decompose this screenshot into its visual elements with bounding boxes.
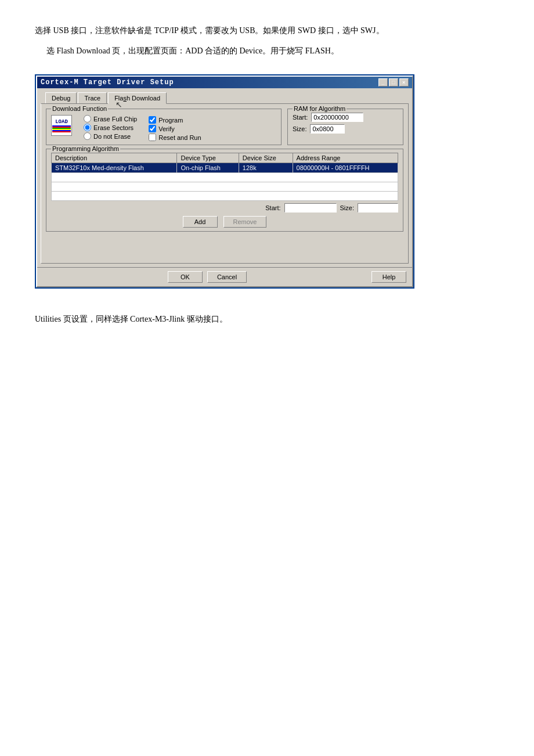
ram-start-input[interactable] xyxy=(311,113,363,122)
cell-address-range: 08000000H - 0801FFFFH xyxy=(293,163,398,173)
check-reset-run-label: Reset and Run xyxy=(158,134,201,141)
radio-erase-full-label: Erase Full Chip xyxy=(93,116,137,123)
checkbox-group: Program Verify Reset and Run xyxy=(149,116,201,141)
check-program[interactable]: Program xyxy=(149,116,201,124)
table-row-empty2 xyxy=(52,182,398,192)
radio-do-not-erase[interactable]: Do not Erase xyxy=(84,132,137,140)
ram-section: RAM for Algorithm Start: Size: xyxy=(287,109,403,145)
tab-strip: Debug Trace Flash Download ↖ xyxy=(41,92,409,103)
size-input[interactable] xyxy=(358,203,398,213)
title-bar: Cortex-M Target Driver Setup _ □ × xyxy=(37,77,412,88)
tab-trace[interactable]: Trace xyxy=(78,92,107,104)
dialog-title: Cortex-M Target Driver Setup xyxy=(41,78,174,87)
ram-size-label: Size: xyxy=(293,125,306,132)
check-verify[interactable]: Verify xyxy=(149,125,201,132)
radio-erase-full[interactable]: Erase Full Chip xyxy=(84,115,137,123)
col-address-range: Address Range xyxy=(293,153,398,163)
prog-alg-label: Programming Algorithm xyxy=(51,145,120,152)
radio-erase-sectors[interactable]: Erase Sectors xyxy=(84,124,137,131)
tab-flash-label: Flash Download xyxy=(114,95,160,102)
ram-section-label: RAM for Algorithm xyxy=(293,105,347,112)
cell-description: STM32F10x Med-density Flash xyxy=(52,163,177,173)
ram-start-row: Start: xyxy=(293,113,398,122)
ram-fields: Start: Size: xyxy=(293,113,398,134)
programming-algorithm-section: Programming Algorithm Description Device… xyxy=(46,149,403,232)
tab-content: Download Function LOAD Er xyxy=(41,103,409,264)
tab-debug[interactable]: Debug xyxy=(45,92,77,104)
col-device-type: Device Type xyxy=(177,153,239,163)
download-function-label: Download Function xyxy=(51,105,108,112)
start-label: Start: xyxy=(265,204,280,211)
title-bar-controls: _ □ × xyxy=(378,78,409,87)
radio-erase-full-input[interactable] xyxy=(84,115,91,123)
download-function-section: Download Function LOAD Er xyxy=(46,109,282,145)
load-text: LOAD xyxy=(55,119,68,125)
radio-erase-sectors-label: Erase Sectors xyxy=(93,124,134,131)
tab-flash-download[interactable]: Flash Download ↖ xyxy=(108,92,167,104)
footer-center: OK Cancel xyxy=(168,271,247,283)
start-input[interactable] xyxy=(284,203,337,213)
check-verify-label: Verify xyxy=(158,125,175,132)
ram-start-label: Start: xyxy=(293,114,308,121)
minimize-button[interactable]: _ xyxy=(378,78,388,87)
check-reset-run-input[interactable] xyxy=(149,134,156,141)
cancel-button[interactable]: Cancel xyxy=(207,271,247,283)
load-icon: LOAD xyxy=(51,115,72,136)
check-verify-input[interactable] xyxy=(149,125,156,132)
maximize-button[interactable]: □ xyxy=(389,78,398,87)
add-remove-row: Add Remove xyxy=(51,216,398,228)
radio-do-not-erase-input[interactable] xyxy=(84,132,91,140)
dialog-wrapper: Cortex-M Target Driver Setup _ □ × Debug… xyxy=(35,74,414,289)
download-fn-row: LOAD Erase Full Chip xyxy=(51,115,276,141)
add-button[interactable]: Add xyxy=(183,216,218,228)
remove-button[interactable]: Remove xyxy=(223,216,267,228)
table-row[interactable]: STM32F10x Med-density Flash On-chip Flas… xyxy=(52,163,398,173)
ram-size-input[interactable] xyxy=(310,124,345,134)
load-icon-graphic xyxy=(52,125,71,132)
col-device-size: Device Size xyxy=(239,153,293,163)
ok-button[interactable]: OK xyxy=(168,271,203,283)
start-size-row: Start: Size: xyxy=(51,203,398,213)
table-row-empty1 xyxy=(52,173,398,182)
intro-line2: 选 Flash Download 页，出现配置页面：ADD 合适的的 Devic… xyxy=(46,44,499,58)
radio-erase-sectors-input[interactable] xyxy=(84,124,91,131)
table-row-empty3 xyxy=(52,192,398,201)
help-button[interactable]: Help xyxy=(371,271,406,283)
footer-note: Utilities 页设置，同样选择 Cortex-M3-Jlink 驱动接口。 xyxy=(35,312,499,326)
check-program-input[interactable] xyxy=(149,116,156,124)
size-label: Size: xyxy=(340,204,354,211)
spacer xyxy=(46,235,403,258)
close-button[interactable]: × xyxy=(399,78,409,87)
check-reset-run[interactable]: Reset and Run xyxy=(149,134,201,141)
top-sections: Download Function LOAD Er xyxy=(46,109,403,149)
dialog-body: Debug Trace Flash Download ↖ Download Fu… xyxy=(37,88,412,267)
dialog: Cortex-M Target Driver Setup _ □ × Debug… xyxy=(36,75,413,287)
prog-table: Description Device Type Device Size Addr… xyxy=(51,153,398,201)
cell-device-size: 128k xyxy=(239,163,293,173)
ram-size-row: Size: xyxy=(293,124,398,134)
radio-group: Erase Full Chip Erase Sectors Do not Era… xyxy=(84,115,137,140)
col-description: Description xyxy=(52,153,177,163)
dialog-footer: OK Cancel Help xyxy=(37,267,412,286)
check-program-label: Program xyxy=(158,117,183,124)
radio-do-not-erase-label: Do not Erase xyxy=(93,133,131,140)
cell-device-type: On-chip Flash xyxy=(177,163,239,173)
intro-line1: 选择 USB 接口，注意软件缺省是 TCP/IP 模式，需要改为 USB。如果使… xyxy=(35,23,499,38)
